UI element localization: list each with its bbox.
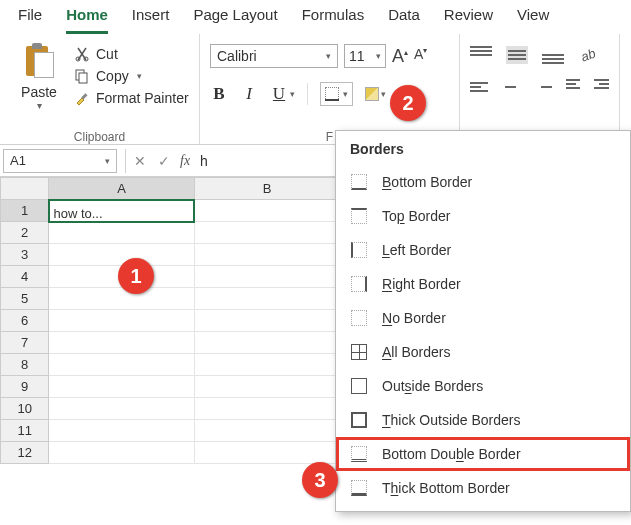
border-option-none[interactable]: No Border bbox=[336, 301, 630, 335]
tab-home[interactable]: Home bbox=[66, 6, 108, 34]
border-option-outside[interactable]: Outside Borders bbox=[336, 369, 630, 403]
row-header-12[interactable]: 12 bbox=[1, 442, 49, 464]
underline-button[interactable]: U bbox=[270, 84, 288, 104]
cell-A2[interactable] bbox=[49, 222, 194, 244]
border-option-top[interactable]: Top Border bbox=[336, 199, 630, 233]
row-header-3[interactable]: 3 bbox=[1, 244, 49, 266]
cell-A7[interactable] bbox=[49, 332, 194, 354]
row-header-9[interactable]: 9 bbox=[1, 376, 49, 398]
border-option-thickout[interactable]: Thick Outside Borders bbox=[336, 403, 630, 437]
cell-B5[interactable] bbox=[194, 288, 339, 310]
cell-A6[interactable] bbox=[49, 310, 194, 332]
border-all-icon bbox=[350, 343, 368, 361]
copy-button[interactable]: Copy ▾ bbox=[74, 68, 189, 84]
tab-view[interactable]: View bbox=[517, 6, 549, 34]
copy-label: Copy bbox=[96, 68, 129, 84]
align-bottom-button[interactable] bbox=[542, 46, 564, 64]
cell-B9[interactable] bbox=[194, 376, 339, 398]
cell-B6[interactable] bbox=[194, 310, 339, 332]
cell-B2[interactable] bbox=[194, 222, 339, 244]
formula-input[interactable]: h bbox=[200, 153, 208, 169]
fill-color-button[interactable]: ▾ bbox=[365, 87, 386, 101]
border-option-right[interactable]: Right Border bbox=[336, 267, 630, 301]
paste-button[interactable]: Paste ▾ bbox=[10, 40, 68, 142]
border-option-bottom[interactable]: Bottom Border bbox=[336, 165, 630, 199]
chevron-down-icon[interactable]: ▾ bbox=[137, 71, 142, 81]
align-top-button[interactable] bbox=[470, 46, 492, 64]
chevron-down-icon: ▾ bbox=[376, 51, 381, 61]
cell-B8[interactable] bbox=[194, 354, 339, 376]
name-box-value: A1 bbox=[10, 153, 26, 168]
row-header-7[interactable]: 7 bbox=[1, 332, 49, 354]
cell-B1[interactable] bbox=[194, 200, 339, 222]
chevron-down-icon[interactable]: ▾ bbox=[290, 89, 295, 99]
cell-A9[interactable] bbox=[49, 376, 194, 398]
cell-B3[interactable] bbox=[194, 244, 339, 266]
border-option-label: Outside Borders bbox=[382, 378, 483, 394]
border-option-label: Bottom Border bbox=[382, 174, 472, 190]
row-header-4[interactable]: 4 bbox=[1, 266, 49, 288]
row-header-6[interactable]: 6 bbox=[1, 310, 49, 332]
border-dblbottom-icon bbox=[350, 445, 368, 463]
cell-A1[interactable]: how to... bbox=[49, 200, 194, 222]
align-center-button[interactable] bbox=[502, 78, 520, 96]
cell-B11[interactable] bbox=[194, 420, 339, 442]
font-size-select[interactable]: 11 ▾ bbox=[344, 44, 386, 68]
fx-icon[interactable]: fx bbox=[180, 153, 190, 169]
decrease-font-button[interactable]: A▾ bbox=[414, 46, 427, 67]
font-name-value: Calibri bbox=[217, 48, 257, 64]
name-box[interactable]: A1 ▾ bbox=[3, 149, 117, 173]
cancel-formula-button[interactable]: ✕ bbox=[134, 153, 146, 169]
italic-button[interactable]: I bbox=[240, 84, 258, 104]
border-none-icon bbox=[350, 309, 368, 327]
row-header-10[interactable]: 10 bbox=[1, 398, 49, 420]
borders-button[interactable]: ▾ bbox=[320, 82, 353, 106]
tab-review[interactable]: Review bbox=[444, 6, 493, 34]
cell-A11[interactable] bbox=[49, 420, 194, 442]
format-painter-button[interactable]: Format Painter bbox=[74, 90, 189, 106]
border-left-icon bbox=[350, 241, 368, 259]
align-middle-button[interactable] bbox=[506, 46, 528, 64]
increase-indent-button[interactable] bbox=[594, 79, 609, 95]
column-header-B[interactable]: B bbox=[194, 178, 339, 200]
cell-A5[interactable] bbox=[49, 288, 194, 310]
cut-button[interactable]: Cut bbox=[74, 46, 189, 62]
row-header-11[interactable]: 11 bbox=[1, 420, 49, 442]
cell-A8[interactable] bbox=[49, 354, 194, 376]
font-name-select[interactable]: Calibri ▾ bbox=[210, 44, 338, 68]
tab-insert[interactable]: Insert bbox=[132, 6, 170, 34]
tab-page-layout[interactable]: Page Layout bbox=[193, 6, 277, 34]
align-right-button[interactable] bbox=[534, 78, 552, 96]
row-header-8[interactable]: 8 bbox=[1, 354, 49, 376]
enter-formula-button[interactable]: ✓ bbox=[158, 153, 170, 169]
border-thickout-icon bbox=[350, 411, 368, 429]
tab-file[interactable]: File bbox=[18, 6, 42, 34]
align-left-button[interactable] bbox=[470, 78, 488, 96]
row-header-2[interactable]: 2 bbox=[1, 222, 49, 244]
cell-A12[interactable] bbox=[49, 442, 194, 464]
copy-icon bbox=[74, 68, 90, 84]
border-option-all[interactable]: All Borders bbox=[336, 335, 630, 369]
orientation-button[interactable]: ab bbox=[578, 46, 596, 64]
cell-B7[interactable] bbox=[194, 332, 339, 354]
row-header-5[interactable]: 5 bbox=[1, 288, 49, 310]
cell-A10[interactable] bbox=[49, 398, 194, 420]
border-option-dblbottom[interactable]: Bottom Double Border bbox=[336, 437, 630, 471]
cell-B12[interactable] bbox=[194, 442, 339, 464]
cell-B4[interactable] bbox=[194, 266, 339, 288]
cell-A3[interactable] bbox=[49, 244, 194, 266]
increase-font-button[interactable]: A▴ bbox=[392, 46, 408, 67]
tab-formulas[interactable]: Formulas bbox=[302, 6, 365, 34]
column-header-A[interactable]: A bbox=[49, 178, 194, 200]
border-option-left[interactable]: Left Border bbox=[336, 233, 630, 267]
row-header-1[interactable]: 1 bbox=[1, 200, 49, 222]
callout-badge-1: 1 bbox=[118, 258, 154, 294]
border-option-thickbottom[interactable]: Thick Bottom Border bbox=[336, 471, 630, 505]
tab-data[interactable]: Data bbox=[388, 6, 420, 34]
cell-B10[interactable] bbox=[194, 398, 339, 420]
bold-button[interactable]: B bbox=[210, 84, 228, 104]
chevron-down-icon[interactable]: ▾ bbox=[37, 100, 42, 111]
select-all-corner[interactable] bbox=[1, 178, 49, 200]
decrease-indent-button[interactable] bbox=[566, 79, 581, 95]
cut-label: Cut bbox=[96, 46, 118, 62]
